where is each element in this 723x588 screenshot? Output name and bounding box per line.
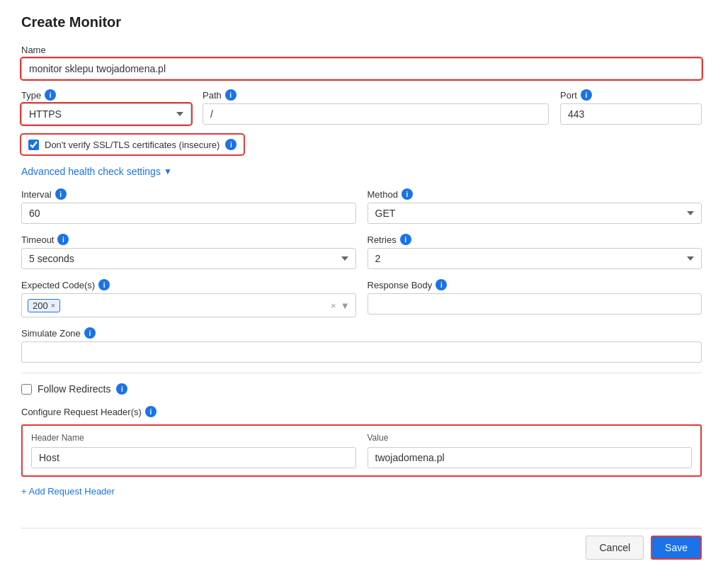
timeout-info-icon[interactable]: i bbox=[57, 234, 69, 245]
chevron-down-icon: ▼ bbox=[164, 166, 172, 176]
ssl-checkbox[interactable] bbox=[28, 140, 39, 150]
port-input[interactable] bbox=[560, 103, 702, 125]
port-info-icon[interactable]: i bbox=[581, 89, 592, 101]
name-label: Name bbox=[21, 45, 46, 55]
save-button[interactable]: Save bbox=[651, 536, 702, 560]
name-input[interactable] bbox=[21, 58, 702, 79]
expected-codes-input[interactable]: 200 × × ▼ bbox=[21, 293, 356, 317]
simulate-zone-input[interactable] bbox=[21, 341, 702, 363]
type-info-icon[interactable]: i bbox=[45, 89, 56, 101]
retries-label: Retries bbox=[368, 234, 397, 245]
header-name-input[interactable] bbox=[31, 447, 356, 468]
cancel-button[interactable]: Cancel bbox=[586, 536, 644, 560]
retries-select[interactable]: 0 1 2 3 4 5 bbox=[368, 248, 702, 269]
response-body-label: Response Body bbox=[368, 280, 433, 290]
path-label: Path bbox=[203, 90, 222, 101]
follow-redirects-info-icon[interactable]: i bbox=[116, 383, 127, 395]
retries-info-icon[interactable]: i bbox=[400, 234, 411, 245]
response-body-info-icon[interactable]: i bbox=[435, 279, 447, 290]
header-value-input[interactable] bbox=[368, 447, 693, 468]
type-select[interactable] bbox=[69, 103, 191, 125]
tags-dropdown-icon[interactable]: ▼ bbox=[341, 300, 350, 311]
path-input[interactable] bbox=[203, 103, 549, 125]
header-value-col-label: Value bbox=[368, 433, 693, 443]
simulate-zone-label: Simulate Zone bbox=[21, 328, 81, 339]
method-info-icon[interactable]: i bbox=[402, 188, 413, 200]
method-label: Method bbox=[368, 189, 398, 200]
type-label: Type bbox=[21, 90, 41, 101]
expected-codes-info-icon[interactable]: i bbox=[98, 279, 110, 290]
header-name-col-label: Header Name bbox=[31, 433, 356, 443]
request-headers-box: Header Name Value bbox=[21, 424, 702, 477]
code-tag-close[interactable]: × bbox=[51, 301, 55, 310]
add-request-header-link[interactable]: + Add Request Header bbox=[21, 486, 115, 497]
type-value: HTTPS bbox=[21, 103, 69, 125]
timeout-select[interactable]: 1 seconds 2 seconds 3 seconds 5 seconds … bbox=[21, 248, 356, 269]
interval-label: Interval bbox=[21, 189, 52, 200]
ssl-info-icon[interactable]: i bbox=[225, 139, 237, 150]
divider bbox=[21, 373, 702, 373]
method-select[interactable]: GET POST PUT DELETE PATCH HEAD bbox=[368, 203, 702, 224]
page-title: Create Monitor bbox=[21, 14, 702, 30]
response-body-input[interactable] bbox=[368, 293, 702, 315]
advanced-toggle[interactable]: Advanced health check settings ▼ bbox=[21, 166, 702, 177]
code-tag-value: 200 bbox=[33, 300, 48, 311]
code-tag: 200 × bbox=[28, 299, 60, 312]
request-headers-info-icon[interactable]: i bbox=[145, 406, 156, 417]
tags-clear-icon[interactable]: × bbox=[331, 300, 336, 311]
interval-info-icon[interactable]: i bbox=[55, 188, 67, 200]
footer-buttons: Cancel Save bbox=[21, 528, 702, 560]
port-label: Port bbox=[560, 90, 577, 101]
advanced-toggle-label: Advanced health check settings bbox=[21, 166, 161, 177]
follow-redirects-checkbox[interactable] bbox=[21, 384, 32, 395]
path-info-icon[interactable]: i bbox=[225, 89, 237, 101]
simulate-zone-info-icon[interactable]: i bbox=[84, 327, 96, 339]
timeout-label: Timeout bbox=[21, 234, 54, 245]
interval-input[interactable] bbox=[21, 203, 356, 224]
follow-redirects-label: Follow Redirects bbox=[38, 383, 110, 395]
expected-codes-label: Expected Code(s) bbox=[21, 280, 95, 290]
ssl-label: Don't verify SSL/TLS certificates (insec… bbox=[45, 140, 220, 150]
request-headers-label: Configure Request Header(s) bbox=[21, 407, 142, 417]
